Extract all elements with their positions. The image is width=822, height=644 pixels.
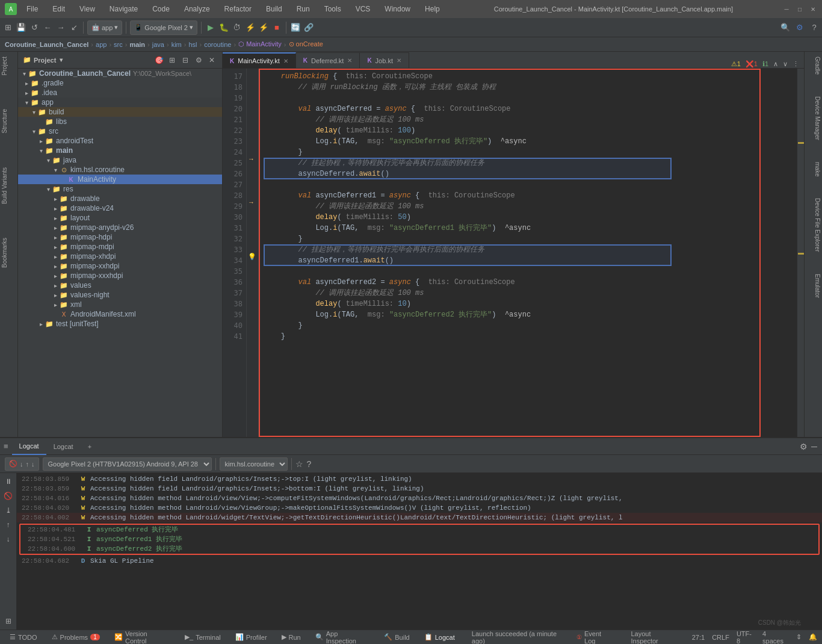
tree-mipmap-hdpi[interactable]: ▸ 📁 mipmap-hdpi [18, 232, 222, 242]
chevron-down-icon[interactable]: ∨ [783, 60, 788, 68]
forward-button[interactable]: → [55, 22, 66, 33]
close-button[interactable]: ✕ [809, 5, 817, 13]
sync-button[interactable]: 🔄 [290, 22, 301, 33]
attach-debugger-button[interactable]: 🔗 [303, 22, 314, 33]
tree-src[interactable]: ▾ 📁 src [18, 126, 222, 136]
breadcrumb-main[interactable]: main [129, 41, 145, 48]
tree-test[interactable]: ▸ 📁 test [unitTest] [18, 319, 222, 329]
debug-button[interactable]: 🐛 [218, 22, 229, 33]
search-everywhere-button[interactable]: 🔍 [780, 22, 791, 33]
bottom-tab-logcat-2[interactable]: Logcat [46, 438, 81, 455]
apply-code-changes-button[interactable]: ⚡ [258, 22, 269, 33]
build-variants-tab[interactable]: Build Variants [0, 163, 17, 209]
status-tab-appinspection[interactable]: 🔍 App Inspection [311, 629, 375, 645]
git-icon[interactable]: ⇕ [796, 633, 802, 641]
menu-view[interactable]: View [75, 4, 100, 14]
status-tab-todo[interactable]: ☰ TODO [5, 629, 42, 645]
notifications-icon[interactable]: 🔔 [809, 633, 817, 641]
status-tab-logcat[interactable]: 📋 Logcat [419, 629, 460, 645]
close-deferred-tab[interactable]: ✕ [347, 57, 352, 64]
structure-tab[interactable]: Structure [0, 104, 17, 138]
tab-deferred[interactable]: K Deferred.kt ✕ [296, 52, 360, 68]
back-history-button[interactable]: ↙ [69, 22, 79, 33]
menu-navigate[interactable]: Navigate [105, 4, 143, 14]
gutter-icon-34[interactable]: 💡 [248, 253, 256, 261]
tree-drawable[interactable]: ▸ 📁 drawable [18, 194, 222, 203]
tree-java[interactable]: ▾ 📁 java [18, 155, 222, 165]
menu-code[interactable]: Code [147, 4, 175, 14]
layout-inspector-link[interactable]: Layout Inspector [626, 629, 684, 645]
log-expand-icon[interactable]: ⊞ [2, 615, 14, 627]
status-tab-terminal[interactable]: ▶_ Terminal [180, 629, 226, 645]
log-clear-icon[interactable]: 🚫 [9, 460, 17, 468]
toolbar-icon-2[interactable]: 💾 [16, 22, 26, 33]
tree-mainactivity[interactable]: K MainActivity [18, 175, 222, 184]
breadcrumb-coroutine[interactable]: coroutine [204, 41, 231, 48]
tree-build[interactable]: ▾ 📁 build [18, 107, 222, 117]
breadcrumb-app[interactable]: app [96, 41, 107, 48]
tree-mipmap-xxhdpi[interactable]: ▸ 📁 mipmap-xxhdpi [18, 261, 222, 271]
log-down-nav-icon[interactable]: ↓ [2, 533, 14, 545]
tree-gradle[interactable]: ▸ 📁 .gradle [18, 78, 222, 88]
app-selector[interactable]: 🤖 app ▾ [87, 20, 122, 35]
tree-drawable-v24[interactable]: ▸ 📁 drawable-v24 [18, 203, 222, 213]
project-tab[interactable]: Project [0, 52, 17, 80]
tab-mainactivity[interactable]: K MainActivity.kt ✕ [223, 52, 296, 68]
tree-idea[interactable]: ▸ 📁 .idea [18, 88, 222, 98]
menu-edit[interactable]: Edit [48, 4, 70, 14]
toolbar-icon-3[interactable]: ↺ [29, 22, 40, 33]
breadcrumb-kim[interactable]: kim [172, 41, 182, 48]
profile-button[interactable]: ⏱ [232, 22, 243, 33]
breadcrumb-src[interactable]: src [114, 41, 123, 48]
log-pause-icon[interactable]: ⏸ [2, 475, 14, 488]
logcat-help-icon[interactable]: ? [307, 459, 312, 469]
apply-changes-button[interactable]: ⚡ [245, 22, 256, 33]
tree-xml[interactable]: ▸ 📁 xml [18, 300, 222, 309]
tree-package[interactable]: ▾ ⊙ kim.hsl.coroutine [18, 165, 222, 175]
bottom-tab-logcat[interactable]: Logcat [12, 438, 46, 455]
gutter-icon-30[interactable]: → [248, 199, 255, 206]
filter-dropdown[interactable]: kim.hsl.coroutine [220, 457, 288, 471]
logcat-star-icon[interactable]: ☆ [295, 459, 303, 469]
gradle-tab[interactable]: Gradle [805, 52, 822, 79]
status-tab-problems[interactable]: ⚠ Problems 1 [47, 629, 105, 645]
make-tab[interactable]: make [805, 157, 822, 181]
tree-app[interactable]: ▾ 📁 app [18, 98, 222, 107]
logcat-minimize-icon[interactable]: ─ [811, 442, 817, 451]
menu-help[interactable]: Help [420, 4, 445, 14]
status-tab-run[interactable]: ▶ Run [277, 629, 306, 645]
code-editor[interactable]: 17 18 19 20 21 22 23 24 25 26 27 28 [223, 69, 804, 437]
log-clear-log-icon[interactable]: 🚫 [2, 490, 14, 502]
tab-job[interactable]: K Job.kt ✕ [360, 52, 409, 68]
tree-androidmanifest[interactable]: X AndroidManifest.xml [18, 309, 222, 319]
tree-libs[interactable]: 📁 libs [18, 117, 222, 126]
menu-run[interactable]: Run [292, 4, 315, 14]
menu-build[interactable]: Build [261, 4, 287, 14]
bottom-tab-add[interactable]: + [81, 438, 99, 455]
menu-vcs[interactable]: VCS [351, 4, 375, 14]
settings-icon[interactable]: ⚙ [794, 22, 805, 33]
breadcrumb-project[interactable]: Coroutine_Launch_Cancel [5, 41, 88, 48]
stop-button[interactable]: ■ [271, 22, 282, 33]
log-content[interactable]: 22:58:03.859 W Accessing hidden field La… [17, 473, 822, 630]
maximize-button[interactable]: □ [796, 5, 804, 13]
minimize-button[interactable]: ─ [782, 5, 791, 13]
log-scroll-icon[interactable]: ↓ [20, 460, 23, 468]
status-tab-build[interactable]: 🔨 Build [379, 629, 414, 645]
tree-mipmap-xxxhdpi[interactable]: ▸ 📁 mipmap-xxxhdpi [18, 271, 222, 280]
tree-layout[interactable]: ▸ 📁 layout [18, 213, 222, 223]
panel-settings-icon[interactable]: ⚙ [193, 55, 204, 66]
tree-main[interactable]: ▾ 📁 main [18, 146, 222, 155]
logcat-settings-icon[interactable]: ⚙ [800, 442, 808, 451]
back-button[interactable]: ← [42, 22, 53, 33]
close-mainactivity-tab[interactable]: ✕ [283, 58, 288, 64]
log-up-nav-icon[interactable]: ↑ [2, 519, 14, 531]
event-log-link[interactable]: ① Event Log [572, 629, 619, 645]
bookmarks-tab[interactable]: Bookmarks [0, 233, 17, 273]
tree-root[interactable]: ▾ 📁 Coroutine_Launch_Cancel Y:\002_WorkS… [18, 69, 222, 78]
chevron-up-icon[interactable]: ∧ [773, 60, 778, 68]
run-button[interactable]: ▶ [205, 22, 216, 33]
menu-refactor[interactable]: Refactor [220, 4, 256, 14]
log-up-icon[interactable]: ↑ [26, 460, 29, 468]
gutter-icon-22[interactable]: → [248, 155, 255, 163]
